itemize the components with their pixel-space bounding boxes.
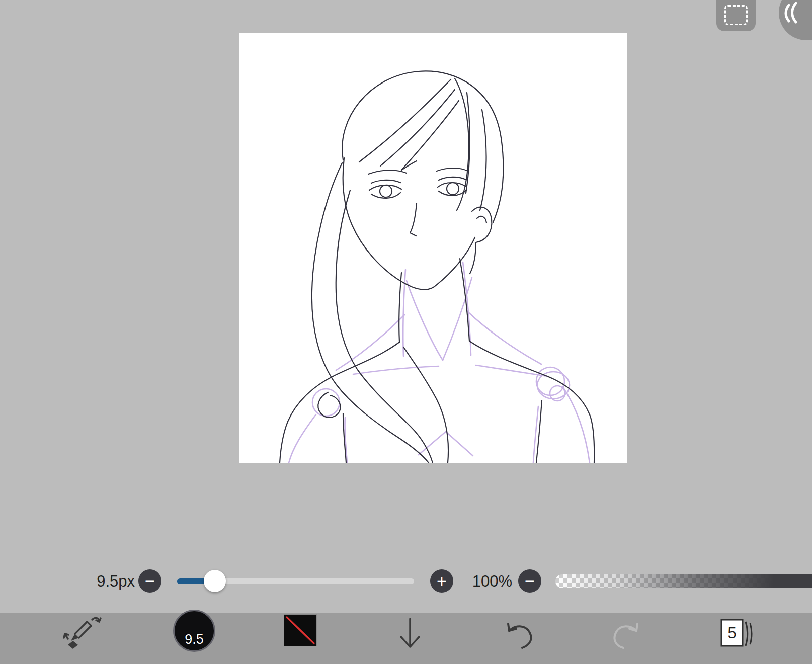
undo-button[interactable]	[503, 621, 535, 651]
brush-size-badge-value: 9.5	[185, 632, 204, 650]
redo-button[interactable]	[610, 621, 642, 651]
opacity-minus-button[interactable]: −	[518, 569, 541, 593]
bottom-toolbar: 9.5	[0, 613, 812, 664]
color-swatch[interactable]	[284, 615, 316, 646]
opacity-slider[interactable]	[555, 574, 812, 588]
layers-panel-icon: 5	[719, 617, 755, 650]
size-slider-knob[interactable]	[204, 570, 226, 592]
brush-size-minus-button[interactable]: −	[138, 569, 161, 593]
undo-icon	[503, 621, 535, 649]
drawing-canvas[interactable]	[239, 33, 627, 463]
layers-panel-button[interactable]: 5	[719, 617, 755, 652]
canvas-sketch	[239, 33, 627, 463]
rotate-view-icon	[779, 0, 812, 40]
dashed-selection-icon	[724, 5, 748, 25]
brush-size-plus-button[interactable]: +	[430, 569, 453, 593]
brush-size-badge[interactable]: 9.5	[173, 610, 215, 652]
transparent-color-icon	[284, 615, 316, 646]
layer-count: 5	[727, 624, 736, 642]
selection-tool-button[interactable]	[716, 0, 756, 31]
hide-toolbar-button[interactable]	[395, 617, 425, 654]
redo-icon	[610, 621, 642, 649]
rotate-view-button[interactable]	[779, 0, 812, 40]
brush-size-label: 9.5px	[75, 572, 135, 591]
app-window: 9.5px − + 100% −	[0, 0, 812, 664]
pen-eraser-swap-icon	[63, 616, 103, 651]
pen-eraser-swap-button[interactable]	[63, 616, 103, 653]
opacity-label: 100%	[453, 572, 512, 591]
brush-size-slider[interactable]	[177, 578, 414, 584]
hide-toolbar-arrow-icon	[395, 617, 425, 652]
